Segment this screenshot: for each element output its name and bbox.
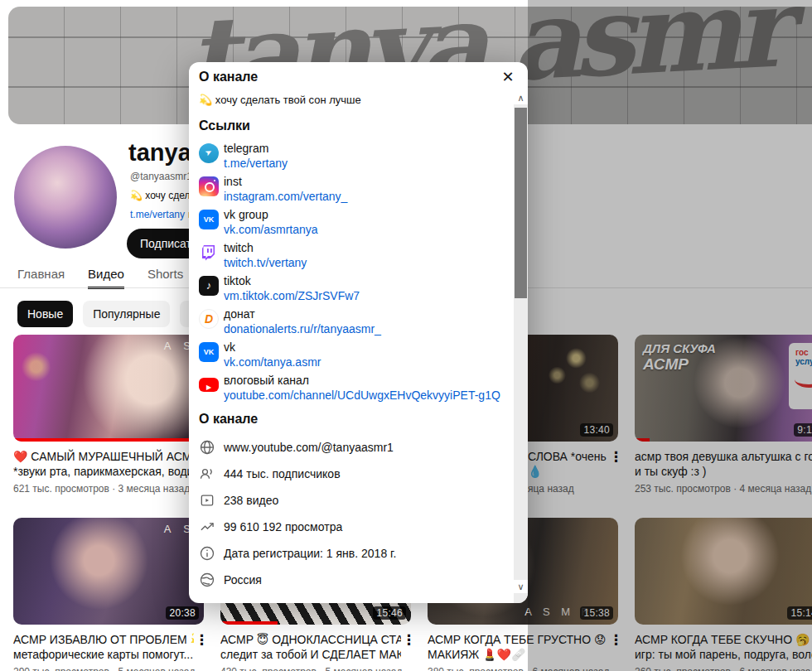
chip-latest[interactable]: Новые (17, 301, 73, 327)
join-date: Дата регистрации: 1 янв. 2018 г. (224, 547, 396, 560)
link-url[interactable]: youtube.com/channel/UCdUwgxEHvQekvyyiPET… (224, 389, 500, 402)
video-meta: 430 тыс. просмотров · 5 месяцев назад (220, 666, 411, 671)
link-url[interactable]: t.me/vertany (224, 157, 288, 170)
subscribers-icon (199, 466, 215, 482)
link-url[interactable]: vk.com/tanya.asmr (224, 355, 321, 369)
close-icon[interactable] (498, 67, 518, 87)
videos-icon (199, 492, 215, 509)
link-label: inst (224, 175, 242, 188)
scrollbar-thumb[interactable] (515, 108, 527, 298)
tab-shorts[interactable]: Shorts (147, 267, 183, 289)
instagram-icon (199, 176, 219, 196)
youtube-channel-page: tanya asmr tanya asmr @tanyaasmr1 💫 хочу… (0, 0, 812, 671)
video-count: 238 видео (224, 494, 278, 507)
links-heading: Ссылки (199, 118, 250, 133)
tiktok-icon (199, 276, 219, 296)
channel-url: www.youtube.com/@tanyaasmr1 (224, 441, 394, 454)
views-icon (199, 519, 215, 535)
link-label: vk group (224, 208, 268, 221)
modal-scrim[interactable] (528, 0, 812, 671)
duration-badge: 15:46 (373, 606, 406, 620)
vk-icon (199, 210, 219, 229)
watch-progress-bar (13, 438, 204, 442)
channel-links-line: t.me/vertanyи (130, 209, 194, 220)
video-title[interactable]: ❤️ САМЫЙ МУРАШЕЧНЫЙ АСМР 8 ❤️ *звуки рта… (13, 449, 204, 479)
tab-home[interactable]: Главная (17, 267, 65, 289)
tab-videos[interactable]: Видео (88, 267, 124, 289)
view-count: 99 610 192 просмотра (224, 520, 342, 533)
kebab-menu-icon[interactable] (402, 633, 415, 649)
scroll-down-icon[interactable]: ∨ (514, 580, 528, 593)
modal-scrollbar[interactable]: ∧ ∨ (514, 91, 528, 603)
video-card: A S 20:38 АСМР ИЗБАВЛЮ ОТ ПРОБЛЕМ 💫 мета… (13, 518, 204, 671)
link-url[interactable]: twitch.tv/vertany (224, 256, 307, 269)
about-heading: О канале (199, 412, 258, 427)
link-label: telegram (224, 142, 268, 155)
telegram-icon (199, 143, 219, 163)
youtube-icon (199, 378, 219, 392)
link-label: tiktok (224, 274, 251, 287)
vk-icon (199, 342, 219, 362)
dialog-channel-description: 💫 хочу сделать твой сон лучше (199, 94, 361, 106)
video-thumbnail[interactable]: A S 20:38 (13, 518, 204, 625)
chip-popular[interactable]: Популярные (83, 301, 170, 327)
link-label: влоговый канал (224, 374, 309, 387)
link-url[interactable]: vm.tiktok.com/ZSJrSVFw7 (224, 289, 360, 302)
channel-link[interactable]: t.me/vertany (130, 209, 185, 220)
video-meta: 621 тыс. просмотров · 3 месяца назад (13, 483, 204, 495)
dialog-title: О канале (199, 70, 258, 84)
subscriber-count: 444 тыс. подписчиков (224, 467, 341, 480)
link-url[interactable]: donationalerts.ru/r/tanyaasmr_ (224, 322, 381, 336)
video-title[interactable]: АСМР ИЗБАВЛЮ ОТ ПРОБЛЕМ 💫 метафорические… (13, 632, 204, 662)
video-meta: 290 тыс. просмотров · 5 месяцев назад (13, 666, 204, 671)
link-url[interactable]: vk.com/asmrtanya (224, 223, 318, 236)
channel-handle: @tanyaasmr1 (130, 171, 192, 182)
link-label: twitch (224, 241, 254, 254)
channel-avatar (14, 146, 117, 249)
globe-icon (199, 439, 215, 456)
about-channel-dialog: О канале 💫 хочу сделать твой сон лучше С… (189, 62, 528, 603)
video-thumbnail[interactable]: A S (13, 335, 204, 442)
country-icon (199, 572, 215, 588)
watch-progress-bar (220, 621, 278, 625)
info-icon (199, 545, 215, 562)
link-label: донат (224, 307, 255, 321)
kebab-menu-icon[interactable] (195, 633, 208, 649)
donationalerts-icon (199, 309, 219, 329)
link-label: vk (224, 340, 235, 354)
duration-badge: 20:38 (166, 606, 199, 620)
link-url[interactable]: instagram.com/vertany_ (224, 190, 347, 203)
scroll-up-icon[interactable]: ∧ (514, 91, 528, 104)
country: Россия (224, 573, 262, 587)
video-card: A S ❤️ САМЫЙ МУРАШЕЧНЫЙ АСМР 8 ❤️ *звуки… (13, 335, 204, 495)
twitch-icon (199, 243, 219, 263)
video-title[interactable]: АСМР 😇 ОДНОКЛАССНИЦА СТАЛКЕРША следит за… (220, 632, 411, 662)
